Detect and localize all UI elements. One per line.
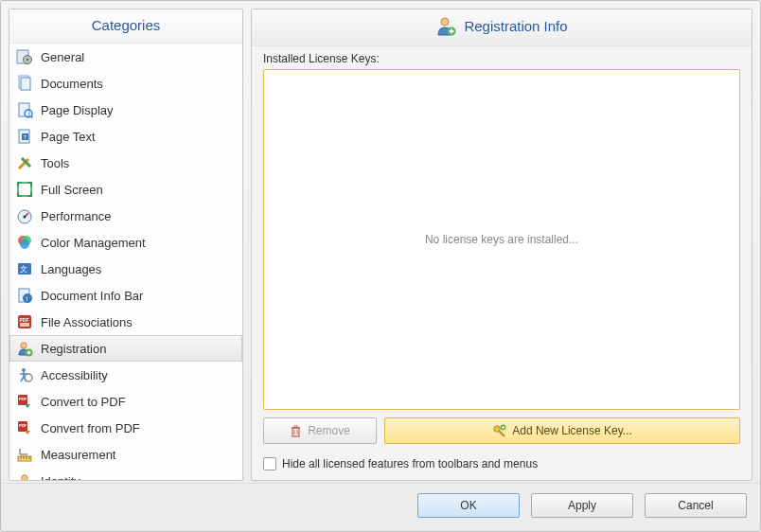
identity-icon	[16, 472, 33, 480]
svg-line-50	[499, 431, 504, 436]
svg-text:PDF: PDF	[19, 397, 27, 401]
remove-button[interactable]: Remove	[263, 417, 377, 444]
installed-keys-label: Installed License Keys:	[263, 52, 740, 65]
svg-rect-27	[20, 323, 29, 327]
category-documents[interactable]: Documents	[9, 70, 242, 97]
dialog-body: Categories General Documents	[1, 1, 760, 483]
license-keys-list[interactable]: No license keys are installed...	[263, 69, 740, 410]
main-title: Registration Info	[252, 9, 752, 46]
svg-point-16	[24, 216, 27, 219]
category-label: Convert to PDF	[41, 395, 126, 409]
category-convert-to-pdf[interactable]: PDF Convert to PDF	[9, 388, 242, 415]
preferences-dialog: Categories General Documents	[0, 0, 761, 532]
ok-button[interactable]: OK	[417, 493, 520, 518]
full-screen-icon	[16, 181, 33, 198]
category-convert-from-pdf[interactable]: PDF Convert from PDF	[9, 415, 242, 441]
svg-point-2	[27, 59, 28, 61]
convert-from-pdf-icon: PDF	[16, 419, 33, 436]
languages-icon: 文	[16, 260, 33, 277]
hide-licensed-checkbox[interactable]	[263, 457, 276, 470]
category-label: Full Screen	[41, 183, 103, 197]
license-keys-empty-text: No license keys are installed...	[425, 233, 578, 246]
category-measurement[interactable]: Measurement	[9, 441, 242, 468]
category-page-display[interactable]: Page Display	[9, 97, 242, 123]
category-label: General	[41, 50, 84, 64]
category-label: Document Info Bar	[41, 289, 143, 303]
category-label: Measurement	[41, 448, 115, 462]
category-label: Documents	[41, 77, 103, 91]
convert-to-pdf-icon: PDF	[16, 393, 33, 410]
registration-info-icon	[435, 15, 456, 36]
ok-button-label: OK	[460, 499, 476, 512]
categories-panel: Categories General Documents	[9, 9, 243, 481]
license-buttons-row: Remove Add New License Key...	[263, 417, 740, 444]
hide-licensed-row: Hide all licensed features from toolbars…	[263, 457, 740, 470]
documents-icon	[16, 75, 33, 92]
apply-button-label: Apply	[568, 499, 596, 512]
trash-icon	[290, 424, 302, 437]
cancel-button[interactable]: Cancel	[645, 493, 747, 518]
category-registration[interactable]: Registration	[9, 335, 242, 362]
remove-button-label: Remove	[308, 424, 350, 437]
category-label: Languages	[41, 262, 101, 276]
category-page-text[interactable]: T Page Text	[9, 123, 242, 150]
performance-icon	[16, 207, 33, 224]
category-label: Page Text	[41, 130, 96, 144]
color-management-icon	[16, 234, 33, 251]
tools-icon	[16, 154, 33, 171]
main-title-text: Registration Info	[464, 18, 567, 34]
hide-licensed-label: Hide all licensed features from toolbars…	[282, 457, 538, 470]
svg-rect-46	[294, 426, 297, 428]
cancel-button-label: Cancel	[678, 499, 713, 512]
dialog-buttons: OK Apply Cancel	[1, 483, 760, 531]
category-label: Identity	[41, 474, 80, 481]
categories-list[interactable]: General Documents Page Display	[9, 44, 242, 480]
page-display-icon	[16, 101, 33, 118]
page-text-icon: T	[16, 128, 33, 145]
measurement-icon	[16, 446, 33, 463]
general-icon	[16, 48, 33, 65]
category-label: Tools	[41, 156, 69, 170]
main-body: Installed License Keys: No license keys …	[252, 46, 752, 480]
svg-line-7	[31, 116, 33, 118]
svg-text:PDF: PDF	[20, 317, 29, 323]
svg-rect-44	[292, 428, 299, 436]
category-label: File Associations	[41, 315, 133, 329]
key-add-icon	[492, 424, 506, 437]
category-label: Color Management	[41, 236, 146, 250]
category-identity[interactable]: Identity	[9, 468, 242, 480]
category-label: Registration	[41, 342, 106, 356]
svg-text:PDF: PDF	[19, 423, 27, 428]
categories-list-wrap: General Documents Page Display	[9, 44, 242, 480]
svg-point-30	[22, 368, 26, 372]
category-performance[interactable]: Performance	[9, 203, 242, 229]
category-document-info-bar[interactable]: i Document Info Bar	[9, 282, 242, 309]
add-license-key-button[interactable]: Add New License Key...	[384, 417, 740, 444]
category-accessibility[interactable]: Accessibility	[9, 362, 242, 388]
category-label: Accessibility	[41, 368, 108, 382]
apply-button[interactable]: Apply	[531, 493, 633, 518]
svg-rect-4	[21, 78, 30, 90]
category-label: Performance	[41, 209, 111, 223]
svg-point-41	[22, 475, 27, 480]
category-tools[interactable]: Tools	[9, 150, 242, 176]
registration-icon	[16, 340, 33, 357]
category-general[interactable]: General	[9, 44, 242, 70]
category-languages[interactable]: 文 Languages	[9, 256, 242, 282]
svg-point-19	[20, 239, 29, 249]
categories-title: Categories	[9, 9, 242, 44]
category-color-management[interactable]: Color Management	[9, 229, 242, 256]
svg-rect-13	[18, 183, 31, 196]
svg-text:文: 文	[20, 265, 27, 274]
category-full-screen[interactable]: Full Screen	[9, 176, 242, 203]
main-panel: Registration Info Installed License Keys…	[251, 9, 752, 481]
svg-point-42	[441, 18, 449, 26]
category-file-associations[interactable]: PDF File Associations	[9, 309, 242, 335]
add-license-key-label: Add New License Key...	[512, 424, 632, 437]
document-info-bar-icon: i	[16, 287, 33, 304]
svg-point-28	[21, 343, 27, 348]
file-associations-icon: PDF	[16, 313, 33, 330]
accessibility-icon	[16, 366, 33, 383]
category-label: Page Display	[41, 103, 114, 117]
category-label: Convert from PDF	[41, 421, 140, 435]
